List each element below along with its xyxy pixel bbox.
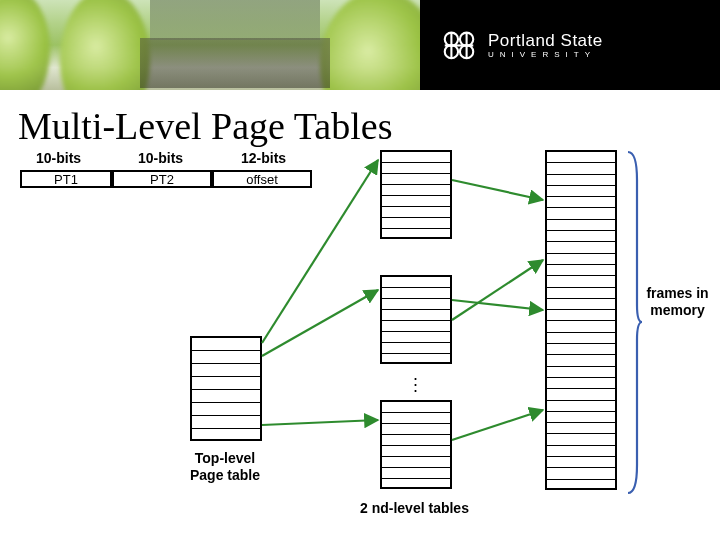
second-level-table-1 bbox=[380, 275, 452, 364]
brace-icon bbox=[625, 150, 643, 495]
institution-subtitle: UNIVERSITY bbox=[488, 51, 603, 59]
addr-cell-pt2: PT2 bbox=[112, 170, 212, 188]
addr-name-1: PT2 bbox=[150, 172, 174, 187]
top-level-label: Top-level Page table bbox=[170, 450, 280, 484]
banner-photo bbox=[0, 0, 420, 90]
addr-bits-0: 10-bits bbox=[36, 150, 81, 166]
addr-cell-pt1: PT1 bbox=[20, 170, 112, 188]
addr-cell-offset: offset bbox=[212, 170, 312, 188]
top-level-table bbox=[190, 336, 262, 441]
second-level-table-2 bbox=[380, 400, 452, 489]
svg-line-9 bbox=[262, 420, 378, 425]
svg-line-12 bbox=[452, 260, 543, 320]
banner: Portland State UNIVERSITY bbox=[0, 0, 720, 90]
addr-bits-1: 10-bits bbox=[138, 150, 183, 166]
addr-bits-2: 12-bits bbox=[241, 150, 286, 166]
svg-line-10 bbox=[452, 180, 543, 200]
institution-name: Portland State bbox=[488, 32, 603, 49]
second-level-label: 2 nd-level tables bbox=[360, 500, 469, 516]
memory-frames bbox=[545, 150, 617, 490]
page-title: Multi-Level Page Tables bbox=[18, 104, 392, 148]
banner-logo-area: Portland State UNIVERSITY bbox=[420, 0, 720, 90]
ellipsis-icon: ··· bbox=[413, 375, 418, 393]
psu-logo: Portland State UNIVERSITY bbox=[440, 26, 603, 64]
addr-name-0: PT1 bbox=[54, 172, 78, 187]
addr-name-2: offset bbox=[246, 172, 278, 187]
psu-logo-icon bbox=[440, 26, 478, 64]
svg-line-8 bbox=[262, 290, 378, 356]
svg-line-13 bbox=[452, 410, 543, 440]
frames-label: frames in memory bbox=[640, 285, 715, 319]
svg-line-11 bbox=[452, 300, 543, 310]
second-level-table-0 bbox=[380, 150, 452, 239]
